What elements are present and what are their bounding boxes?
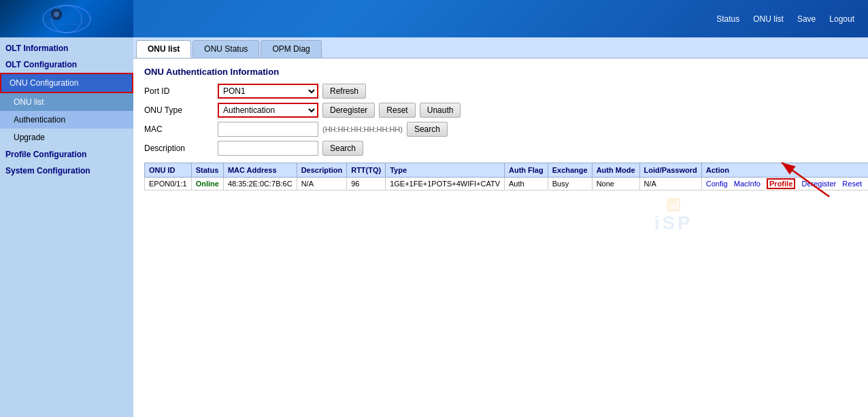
cell-mac-address: 48:35:2E:0C:7B:6C xyxy=(223,178,297,190)
cell-exchange: Busy xyxy=(548,178,592,190)
cell-onu-id: EPON0/1:1 xyxy=(145,178,192,190)
refresh-button[interactable]: Refresh xyxy=(322,84,366,99)
tab-opm-diag[interactable]: OPM Diag xyxy=(261,40,321,58)
action-macinfo[interactable]: MacInfo xyxy=(734,180,761,188)
action-reset[interactable]: Reset xyxy=(842,180,862,188)
reset-button[interactable]: Reset xyxy=(379,103,415,118)
tab-bar: ONU list ONU Status OPM Diag xyxy=(133,37,868,59)
nav-save[interactable]: Save xyxy=(797,14,816,24)
port-id-row: Port ID PON1 PON2 PON3 PON4 Refresh xyxy=(144,84,868,99)
layout: OLT Information OLT Configuration ONU Co… xyxy=(0,37,868,417)
col-onu-id: ONU ID xyxy=(145,163,192,178)
col-status: Status xyxy=(191,163,223,178)
cell-action: Config MacInfo Profile Deregister Reset xyxy=(701,178,868,190)
svg-point-2 xyxy=(43,14,90,24)
sidebar-item-authentication[interactable]: Authentication xyxy=(0,111,133,129)
action-config[interactable]: Config xyxy=(706,180,728,188)
sidebar-item-onu-config[interactable]: ONU Configuration xyxy=(0,73,133,93)
content-area: ONU Authentication Information Port ID P… xyxy=(133,59,868,253)
nav-onu-list[interactable]: ONU list xyxy=(753,14,784,24)
cell-description: N/A xyxy=(297,178,347,190)
sidebar-item-olt-info[interactable]: OLT Information xyxy=(0,40,133,56)
svg-point-5 xyxy=(54,12,59,17)
logo xyxy=(0,0,133,37)
section-title: ONU Authentication Information xyxy=(144,67,868,77)
cell-auth-mode: None xyxy=(592,178,639,190)
col-mac-address: MAC Address xyxy=(223,163,297,178)
cell-auth-flag: Auth xyxy=(504,178,548,190)
onu-type-select[interactable]: Authentication All Online Offline xyxy=(218,103,318,118)
mac-input[interactable] xyxy=(218,122,318,137)
mac-control: (HH:HH:HH:HH:HH:HH) Search xyxy=(218,122,448,137)
cell-type: 1GE+1FE+1POTS+4WIFI+CATV xyxy=(386,178,505,190)
tab-onu-list[interactable]: ONU list xyxy=(136,40,191,58)
mac-hint: (HH:HH:HH:HH:HH:HH) xyxy=(322,125,403,133)
onu-type-row: ONU Type Authentication All Online Offli… xyxy=(144,103,868,118)
tab-onu-status[interactable]: ONU Status xyxy=(193,40,259,58)
sidebar: OLT Information OLT Configuration ONU Co… xyxy=(0,37,133,417)
table-row: EPON0/1:1 Online 48:35:2E:0C:7B:6C N/A 9… xyxy=(145,178,869,190)
form-table: Port ID PON1 PON2 PON3 PON4 Refresh ONU … xyxy=(144,84,868,156)
description-row: Description Search xyxy=(144,141,868,156)
table-container: ONU ID Status MAC Address Description RT… xyxy=(144,163,868,190)
col-rtt: RTT(TQ) xyxy=(347,163,386,178)
cell-loid-password: N/A xyxy=(639,178,701,190)
mac-label: MAC xyxy=(144,124,212,134)
action-deregister[interactable]: Deregister xyxy=(801,180,836,188)
action-profile[interactable]: Profile xyxy=(767,178,795,189)
table-header-row: ONU ID Status MAC Address Description RT… xyxy=(145,163,869,178)
port-id-control: PON1 PON2 PON3 PON4 Refresh xyxy=(218,84,366,99)
unauth-button[interactable]: Unauth xyxy=(420,103,461,118)
main-content: ONU list ONU Status OPM Diag ONU Authent… xyxy=(133,37,868,417)
col-auth-mode: Auth Mode xyxy=(592,163,639,178)
description-label: Description xyxy=(144,144,212,153)
description-search-button[interactable]: Search xyxy=(322,141,363,156)
mac-search-button[interactable]: Search xyxy=(407,122,448,137)
onu-type-control: Authentication All Online Offline Deregi… xyxy=(218,103,461,118)
description-control: Search xyxy=(218,141,363,156)
top-header: Status ONU list Save Logout xyxy=(0,0,868,37)
port-id-select[interactable]: PON1 PON2 PON3 PON4 xyxy=(218,84,318,99)
col-loid-password: Loid/Password xyxy=(639,163,701,178)
nav-logout[interactable]: Logout xyxy=(829,14,854,24)
nav-status[interactable]: Status xyxy=(716,14,739,24)
col-type: Type xyxy=(386,163,505,178)
top-nav: Status ONU list Save Logout xyxy=(716,14,854,24)
description-input[interactable] xyxy=(218,141,318,156)
data-table: ONU ID Status MAC Address Description RT… xyxy=(144,163,868,190)
port-id-label: Port ID xyxy=(144,86,212,96)
deregister-button[interactable]: Deregister xyxy=(322,103,375,118)
svg-point-0 xyxy=(43,5,90,33)
col-description: Description xyxy=(297,163,347,178)
cell-status: Online xyxy=(191,178,223,190)
col-auth-flag: Auth Flag xyxy=(504,163,548,178)
col-exchange: Exchange xyxy=(548,163,592,178)
sidebar-item-profile-config[interactable]: Profile Configuration xyxy=(0,146,133,163)
sidebar-item-onu-list[interactable]: ONU list xyxy=(0,93,133,111)
mac-row: MAC (HH:HH:HH:HH:HH:HH) Search xyxy=(144,122,868,137)
sidebar-item-upgrade[interactable]: Upgrade xyxy=(0,129,133,146)
col-action: Action xyxy=(701,163,868,178)
sidebar-item-olt-config[interactable]: OLT Configuration xyxy=(0,56,133,73)
cell-rtt: 96 xyxy=(347,178,386,190)
sidebar-item-system-config[interactable]: System Configuration xyxy=(0,163,133,179)
onu-type-label: ONU Type xyxy=(144,105,212,115)
